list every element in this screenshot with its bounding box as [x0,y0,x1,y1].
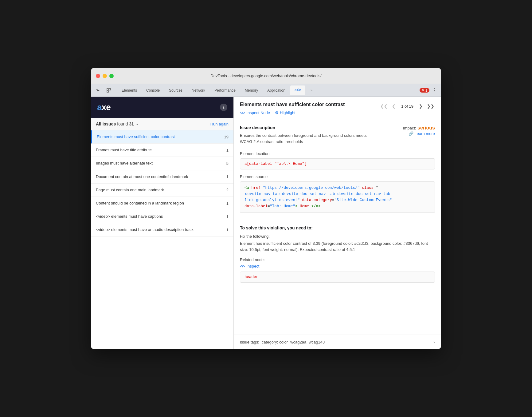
nav-page-info: 1 of 19 [399,104,415,109]
nav-last-button[interactable]: ❯❯ [426,102,435,110]
tab-nav-icons [93,86,113,95]
tags-area: Issue tags: category: color wcag2aa wcag… [240,340,325,344]
cursor-icon[interactable] [93,86,102,95]
info-icon[interactable]: ℹ [220,104,227,111]
issue-name: Frames must have title attribute [96,147,220,153]
issue-item[interactable]: Content should be contained in a landmar… [91,197,233,210]
run-again-button[interactable]: Run again [210,122,229,126]
svg-rect-2 [107,91,108,92]
issue-item[interactable]: Document contain at most one contentinfo… [91,170,233,184]
issue-item[interactable]: <video> elements must have captions 1 [91,210,233,223]
tab-bar: Elements Console Sources Network Perform… [91,84,441,97]
tab-network[interactable]: Network [187,85,209,95]
nav-prev-button[interactable]: ❮ [389,102,398,110]
issue-item[interactable]: Images must have alternate text 5 [91,157,233,170]
issue-item[interactable]: Page must contain one main landmark 2 [91,184,233,197]
right-panel: Elements must have sufficient color cont… [234,97,441,349]
impact-label: Impact: serious [403,125,435,131]
issue-name: <video> elements must have an audio desc… [96,227,220,232]
issue-count: 2 [222,188,229,192]
tab-more[interactable]: » [306,85,317,95]
element-source-code: <a href="https://developers.google.com/w… [240,181,435,213]
tag-color: category: color [262,340,288,344]
tab-console[interactable]: Console [142,85,164,95]
maximize-button[interactable] [109,74,114,78]
issues-count: All issues found 31 ▾ [96,121,138,126]
inspect-code-icon: </> [240,264,245,268]
axe-header: axe ℹ [91,97,233,118]
dropdown-arrow-icon[interactable]: ▾ [136,123,138,126]
axe-logo: axe [97,102,111,112]
element-source-label: Element source [240,174,435,179]
related-node-code: header [240,272,435,283]
element-location-code: a[data-label="Tab\:\ Home"] [240,158,435,169]
nav-first-button[interactable]: ❮❮ [380,102,388,110]
issue-name: Elements must have sufficient color cont… [97,134,220,140]
code-brackets-icon: </> [240,111,245,115]
tags-label: Issue tags: [240,340,259,344]
solve-title: To solve this violation, you need to: [240,225,435,230]
title-bar: DevTools - developers.google.com/web/too… [91,68,441,84]
tab-memory[interactable]: Memory [241,85,262,95]
impact-area: Impact: serious 🔗 Learn more [403,125,435,136]
nav-controls: ❮❮ ❮ 1 of 19 ❯ ❯❯ [380,102,435,110]
footer-chevron-icon[interactable]: › [433,339,435,345]
close-button[interactable] [96,74,100,78]
highlight-icon: ⚙ [275,110,279,115]
error-x-icon: ✕ [422,88,424,92]
learn-more-link[interactable]: 🔗 Learn more [403,131,435,136]
issue-count: 1 [222,148,229,153]
impact-value: serious [417,125,435,130]
issues-toolbar: All issues found 31 ▾ Run again [91,118,233,130]
issue-count: 1 [222,174,229,179]
issue-name: Document contain at most one contentinfo… [96,174,220,180]
svg-rect-0 [107,89,108,90]
divider [240,219,435,219]
tag-wcag143: wcag143 [309,340,325,344]
issue-body: Impact: serious 🔗 Learn more Issue descr… [234,119,441,335]
issue-name: <video> elements must have captions [96,214,220,219]
window-title: DevTools - developers.google.com/web/too… [210,73,321,78]
issue-item[interactable]: Frames must have title attribute 1 [91,144,233,157]
nav-next-button[interactable]: ❯ [417,102,425,110]
traffic-lights [96,74,114,78]
element-location-label: Element location [240,151,435,156]
issue-item[interactable]: Elements must have sufficient color cont… [91,130,233,144]
issue-count: 1 [222,201,229,206]
issue-count: 5 [222,161,229,166]
issue-count: 1 [222,228,229,232]
error-badge: ✕ 1 [420,88,429,93]
devtools-window: DevTools - developers.google.com/web/too… [91,68,441,349]
tab-performance[interactable]: Performance [210,85,240,95]
issue-name: Content should be contained in a landmar… [96,201,220,206]
main-content: axe ℹ All issues found 31 ▾ Run again El… [91,97,441,349]
tab-axe[interactable]: aXe [290,85,305,95]
issue-actions: </> Inspect Node ⚙ Highlight [240,110,435,115]
issue-count: 1 [222,214,229,219]
kebab-menu[interactable]: ⋮ [430,86,439,95]
issue-name: Images must have alternate text [96,161,220,166]
tab-elements[interactable]: Elements [117,85,141,95]
tag-wcag2aa: wcag2aa [290,340,306,344]
issue-item[interactable]: <video> elements must have an audio desc… [91,223,233,236]
issue-title: Elements must have sufficient color cont… [240,102,345,107]
external-link-icon: 🔗 [409,131,413,136]
issue-detail-header: Elements must have sufficient color cont… [234,97,441,119]
issue-name: Page must contain one main landmark [96,187,220,193]
issue-count: 19 [222,135,229,139]
tab-sources[interactable]: Sources [165,85,187,95]
inspect-link[interactable]: </> Inspect [240,264,435,268]
minimize-button[interactable] [103,74,107,78]
fix-label: Fix the following: [240,234,435,239]
inspect-icon[interactable] [104,86,113,95]
issue-footer: Issue tags: category: color wcag2aa wcag… [234,335,441,349]
left-panel: axe ℹ All issues found 31 ▾ Run again El… [91,97,234,349]
issue-list: Elements must have sufficient color cont… [91,130,233,349]
related-node-label: Related node: [240,257,435,262]
tab-application[interactable]: Application [263,85,290,95]
fix-description: Element has insufficient color contrast … [240,240,435,252]
highlight-link[interactable]: ⚙ Highlight [275,110,295,115]
svg-rect-1 [109,89,111,90]
inspect-node-link[interactable]: </> Inspect Node [240,110,270,115]
